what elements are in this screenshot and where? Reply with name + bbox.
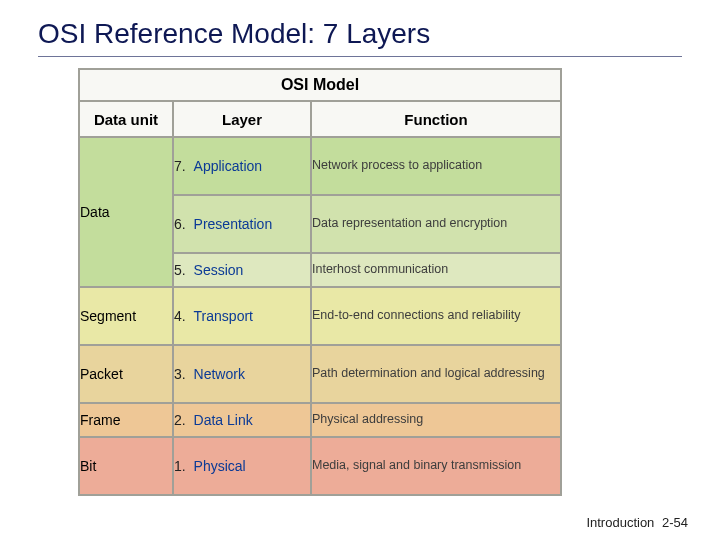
layer-name: Data Link	[194, 412, 253, 428]
layer-num: 4.	[174, 308, 186, 324]
layer-num: 6.	[174, 216, 186, 232]
layer-num: 5.	[174, 262, 186, 278]
layer-cell-session: 5. Session	[173, 253, 311, 287]
layer-num: 2.	[174, 412, 186, 428]
layer-cell-data-link: 2. Data Link	[173, 403, 311, 437]
layer-name: Session	[194, 262, 244, 278]
layer-cell-application: 7. Application	[173, 137, 311, 195]
layer-name: Network	[194, 366, 245, 382]
data-unit-packet: Packet	[79, 345, 173, 403]
page-title: OSI Reference Model: 7 Layers	[38, 18, 430, 50]
function-session: Interhost communication	[311, 253, 561, 287]
slide-footer: Introduction 2-54	[586, 515, 688, 530]
layer-name: Transport	[194, 308, 253, 324]
data-unit-segment: Segment	[79, 287, 173, 345]
layer-name: Physical	[194, 458, 246, 474]
layer-cell-presentation: 6. Presentation	[173, 195, 311, 253]
osi-model-table: OSI Model Data unit Layer Function Data …	[78, 68, 562, 496]
data-unit-bit: Bit	[79, 437, 173, 495]
row-transport: Segment 4. Transport End-to-end connecti…	[79, 287, 561, 345]
function-transport: End-to-end connections and reliability	[311, 287, 561, 345]
function-network: Path determination and logical addressin…	[311, 345, 561, 403]
layer-num: 3.	[174, 366, 186, 382]
layer-cell-transport: 4. Transport	[173, 287, 311, 345]
table-caption: OSI Model	[79, 69, 561, 101]
layer-cell-network: 3. Network	[173, 345, 311, 403]
header-layer: Layer	[173, 101, 311, 137]
function-presentation: Data representation and encryption	[311, 195, 561, 253]
footer-page: 2-54	[662, 515, 688, 530]
slide: OSI Reference Model: 7 Layers OSI Model …	[0, 0, 720, 540]
row-application: Data 7. Application Network process to a…	[79, 137, 561, 195]
row-network: Packet 3. Network Path determination and…	[79, 345, 561, 403]
header-function: Function	[311, 101, 561, 137]
layer-name: Application	[194, 158, 263, 174]
row-physical: Bit 1. Physical Media, signal and binary…	[79, 437, 561, 495]
footer-label: Introduction	[586, 515, 654, 530]
function-physical: Media, signal and binary transmission	[311, 437, 561, 495]
header-data-unit: Data unit	[79, 101, 173, 137]
layer-num: 1.	[174, 458, 186, 474]
layer-name: Presentation	[194, 216, 273, 232]
function-data-link: Physical addressing	[311, 403, 561, 437]
row-data-link: Frame 2. Data Link Physical addressing	[79, 403, 561, 437]
layer-num: 7.	[174, 158, 186, 174]
layer-cell-physical: 1. Physical	[173, 437, 311, 495]
data-unit-data: Data	[79, 137, 173, 287]
title-underline	[38, 56, 682, 57]
data-unit-frame: Frame	[79, 403, 173, 437]
function-application: Network process to application	[311, 137, 561, 195]
